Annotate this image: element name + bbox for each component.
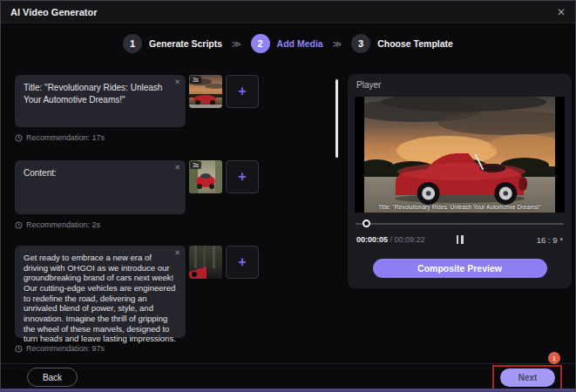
clip-duration-badge: 3s — [190, 161, 201, 169]
total-time: / 00:09:22 — [390, 235, 425, 244]
step-1-label: Generate Scripts — [149, 38, 222, 49]
player-panel: Player — [348, 74, 572, 288]
seek-bar[interactable] — [356, 220, 564, 228]
recommendation-line: Recommendation: 17s — [15, 133, 261, 142]
chevrons-right-icon: ≫ — [333, 39, 342, 49]
aspect-ratio-dropdown[interactable]: 16 : 9 ▾ — [537, 235, 563, 245]
title-bar: AI Video Generator ✕ — [1, 1, 575, 24]
remove-card-icon[interactable]: ✕ — [174, 163, 180, 172]
remove-card-icon[interactable]: ✕ — [174, 78, 180, 86]
step-2-label: Add Media — [277, 38, 323, 49]
aspect-ratio-value: 16 : 9 — [537, 235, 558, 245]
clip-duration-badge: 3s — [190, 76, 201, 84]
step-choose-template[interactable]: 3 Choose Template — [351, 34, 453, 53]
video-preview: Title: "Revolutionary Rides: Unleash You… — [355, 97, 565, 213]
step-generate-scripts[interactable]: 1 Generate Scripts — [123, 34, 222, 53]
close-icon[interactable]: ✕ — [557, 7, 566, 17]
current-time: 00:00:05 — [356, 235, 388, 244]
step-add-media[interactable]: 2 Add Media — [251, 34, 323, 53]
player-label: Player — [356, 80, 381, 90]
time-display: 00:00:05 / 00:09:22 — [356, 235, 425, 244]
clock-icon — [15, 134, 23, 142]
recommendation-text: Recommendation: 97s — [26, 344, 105, 353]
media-thumbnail[interactable]: 3s — [189, 75, 222, 108]
plus-icon: + — [238, 254, 246, 270]
recommendation-text: Recommendation: 17s — [26, 133, 105, 142]
script-text: Get ready to embrace a new era of drivin… — [24, 253, 177, 344]
chevron-down-icon: ▾ — [559, 236, 563, 243]
step-1-circle: 1 — [123, 34, 142, 53]
script-text: Content: — [24, 167, 177, 179]
plus-icon: + — [238, 84, 246, 99]
script-text-card[interactable]: ✕ Title: "Revolutionary Rides: Unleash Y… — [15, 75, 186, 127]
pause-icon[interactable] — [457, 235, 464, 244]
thumbnail-city-car-image — [189, 246, 222, 279]
step-2-circle: 2 — [251, 34, 270, 53]
player-controls: 00:00:05 / 00:09:22 16 : 9 ▾ — [356, 233, 563, 247]
ai-video-generator-dialog: AI Video Generator ✕ 1 Generate Scripts … — [0, 0, 576, 392]
video-frame-image — [364, 97, 555, 213]
stepper: 1 Generate Scripts ≫ 2 Add Media ≫ 3 Cho… — [1, 34, 575, 53]
composite-preview-button[interactable]: Composite Preview — [373, 259, 547, 278]
back-button[interactable]: Back — [27, 368, 78, 387]
script-text-card[interactable]: ✕ Get ready to embrace a new era of driv… — [15, 246, 186, 338]
recommendation-line: Recommendation: 2s — [15, 220, 261, 229]
seek-track[interactable] — [356, 223, 564, 225]
script-card-body: ✕ Get ready to embrace a new era of driv… — [15, 246, 261, 353]
script-text: Title: "Revolutionary Rides: Unleash You… — [24, 82, 177, 106]
chevrons-right-icon: ≫ — [232, 39, 241, 49]
add-media-button[interactable]: + — [226, 246, 259, 279]
media-thumbnail[interactable] — [189, 246, 222, 279]
clock-icon — [15, 345, 23, 353]
footer-divider — [1, 363, 575, 364]
annotation-step-badge: 1 — [548, 352, 560, 364]
video-caption: Title: "Revolutionary Rides: Unleash You… — [355, 204, 565, 210]
script-card-content: ✕ Content: 3s + — [15, 160, 261, 229]
plus-icon: + — [238, 169, 246, 185]
clock-icon — [15, 221, 23, 229]
script-text-card[interactable]: ✕ Content: — [15, 160, 186, 214]
media-thumbnail[interactable]: 3s — [189, 160, 222, 193]
script-card-title: ✕ Title: "Revolutionary Rides: Unleash Y… — [15, 75, 261, 142]
list-scrollbar[interactable] — [335, 79, 338, 158]
window-title: AI Video Generator — [10, 7, 97, 17]
recommendation-line: Recommendation: 97s — [15, 344, 261, 353]
seek-handle[interactable] — [363, 220, 370, 227]
window-bottom-edge — [1, 389, 575, 391]
remove-card-icon[interactable]: ✕ — [174, 248, 180, 257]
add-media-button[interactable]: + — [226, 75, 259, 108]
add-media-button[interactable]: + — [226, 160, 259, 193]
step-3-circle: 3 — [351, 34, 370, 53]
recommendation-text: Recommendation: 2s — [26, 220, 100, 229]
step-3-label: Choose Template — [377, 38, 453, 49]
next-button[interactable]: Next — [500, 368, 555, 387]
